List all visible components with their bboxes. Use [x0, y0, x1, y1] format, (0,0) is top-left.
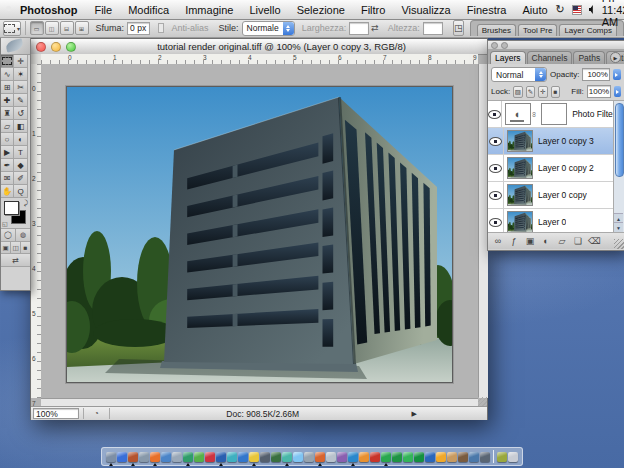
fullscreen-button[interactable]: ■ — [21, 242, 30, 253]
menu-immagine[interactable]: Immagine — [177, 4, 241, 16]
dock-icon-9[interactable] — [205, 452, 215, 462]
layer-name[interactable]: Layer 0 — [538, 217, 566, 227]
dock-icon-28[interactable] — [414, 452, 424, 462]
pen-tool[interactable]: ✒ — [1, 159, 14, 172]
delete-layer-icon[interactable]: ⌫ — [588, 236, 600, 246]
dock-icon-2[interactable] — [128, 452, 138, 462]
dock-icon-34[interactable] — [480, 452, 490, 462]
history-brush-tool[interactable]: ↺ — [14, 107, 28, 120]
move-tool[interactable]: ✛ — [14, 55, 28, 68]
layer-mask-thumbnail[interactable] — [541, 103, 567, 125]
palette-resize-grip[interactable] — [614, 239, 624, 249]
eyedropper-tool[interactable]: ✐ — [14, 172, 28, 185]
dock-icon-4[interactable] — [150, 452, 160, 462]
lock-pixels-icon[interactable]: ✎ — [526, 86, 536, 98]
lasso-tool[interactable]: ∿ — [1, 68, 14, 81]
menu-selezione[interactable]: Selezione — [289, 4, 353, 16]
healing-brush-tool[interactable]: ✚ — [1, 94, 14, 107]
dock-icon-0[interactable] — [106, 452, 116, 462]
dock-icon-36[interactable] — [508, 452, 518, 462]
fill-field[interactable]: 100% — [587, 85, 611, 98]
canvas-area[interactable] — [41, 64, 478, 398]
dock-icon-27[interactable] — [403, 452, 413, 462]
custom-shape-tool[interactable]: ◆ — [14, 159, 28, 172]
blend-mode-select[interactable]: Normal — [491, 67, 547, 82]
slice-tool[interactable]: ✂ — [14, 81, 28, 94]
dock-icon-7[interactable] — [183, 452, 193, 462]
eye-icon[interactable] — [489, 191, 502, 200]
dock-icon-35[interactable] — [497, 452, 507, 462]
clone-stamp-tool[interactable]: ♜ — [1, 107, 14, 120]
minimize-button[interactable] — [51, 42, 61, 52]
eye-icon[interactable] — [489, 164, 502, 173]
eraser-tool[interactable]: ▱ — [1, 120, 14, 133]
visibility-cell[interactable] — [488, 128, 504, 154]
volume-icon[interactable] — [589, 5, 595, 14]
tool-preset-picker[interactable]: ▾ — [3, 21, 21, 36]
magic-wand-tool[interactable]: ✶ — [14, 68, 28, 81]
app-menu[interactable]: Photoshop — [18, 4, 86, 16]
eye-icon[interactable] — [488, 110, 501, 119]
zoom-window-button[interactable] — [66, 42, 76, 52]
dock-icon-29[interactable] — [425, 452, 435, 462]
dock-icon-3[interactable] — [139, 452, 149, 462]
eye-icon[interactable] — [489, 218, 502, 227]
new-selection-button[interactable]: ▭ — [30, 21, 44, 35]
quick-mask-mode-button[interactable]: ◍ — [16, 229, 30, 241]
layer-thumbnail[interactable] — [507, 211, 533, 233]
menu-visualizza[interactable]: Visualizza — [393, 4, 458, 16]
eye-icon[interactable] — [489, 137, 502, 146]
type-tool[interactable]: T — [14, 146, 28, 159]
menu-clock[interactable]: Fri 11:42 AM — [602, 0, 624, 28]
dock-icon-16[interactable] — [282, 452, 292, 462]
layer-row-1[interactable]: Layer 0 copy 3 — [488, 128, 624, 155]
swap-dimensions-icon[interactable]: ⇄ — [371, 23, 379, 33]
document-title-bar[interactable]: tutorial render original.tiff @ 100% (La… — [31, 39, 487, 55]
tab-paths[interactable]: Paths — [573, 51, 605, 64]
status-preview-icon[interactable]: ◔ — [94, 409, 99, 418]
dock-icon-21[interactable] — [337, 452, 347, 462]
layer-row-2[interactable]: Layer 0 copy 2 — [488, 155, 624, 182]
dock-icon-33[interactable] — [469, 452, 479, 462]
dock-icon-19[interactable] — [315, 452, 325, 462]
dock-icon-20[interactable] — [326, 452, 336, 462]
dock-icon-31[interactable] — [447, 452, 457, 462]
palette-well-tab-brushes[interactable]: Brushes — [477, 24, 516, 36]
dock-icon-32[interactable] — [458, 452, 468, 462]
adjustment-layer-thumbnail[interactable]: ◐ — [505, 103, 531, 125]
standard-screen-button[interactable]: ▣ — [1, 242, 11, 253]
dock-icon-25[interactable] — [381, 452, 391, 462]
rectangular-marquee-tool[interactable] — [1, 55, 14, 68]
crop-tool[interactable]: ⊞ — [1, 81, 14, 94]
layers-scrollbar[interactable]: ▲ ▼ — [613, 101, 624, 232]
layer-thumbnail[interactable] — [507, 184, 533, 206]
resize-grip[interactable] — [478, 397, 487, 406]
layer-name[interactable]: Layer 0 copy 2 — [538, 163, 594, 173]
dock-icon-5[interactable] — [161, 452, 171, 462]
visibility-cell[interactable] — [488, 155, 504, 181]
add-selection-button[interactable]: ◫ — [45, 21, 59, 35]
dock-icon-13[interactable] — [249, 452, 259, 462]
dock-icon-14[interactable] — [260, 452, 270, 462]
width-input[interactable] — [349, 22, 369, 35]
fill-slider-button[interactable] — [614, 86, 621, 97]
layer-row-4[interactable]: Layer 0 — [488, 209, 624, 233]
palette-well-tab-tool-pre[interactable]: Tool Pre — [518, 24, 557, 36]
subtract-selection-button[interactable]: ⊟ — [60, 21, 74, 35]
new-layer-icon[interactable]: ❏ — [572, 236, 584, 246]
dock-icon-26[interactable] — [392, 452, 402, 462]
dock-icon-12[interactable] — [238, 452, 248, 462]
intersect-selection-button[interactable]: ⊞ — [75, 21, 89, 35]
close-button[interactable] — [36, 42, 46, 52]
new-adjustment-layer-icon[interactable]: ◐ — [540, 236, 552, 246]
dodge-tool[interactable]: ◐ — [14, 133, 28, 146]
brush-tool[interactable]: ✎ — [14, 94, 28, 107]
hand-tool[interactable]: ✋ — [1, 185, 14, 198]
dock-icon-1[interactable] — [117, 452, 127, 462]
zoom-tool[interactable]: Q — [14, 185, 28, 198]
scrollbar-thumb[interactable] — [615, 103, 624, 177]
edit-in-imageready-button[interactable]: ⇄ — [1, 254, 30, 266]
visibility-cell[interactable] — [488, 101, 502, 127]
lock-transparency-icon[interactable]: ▨ — [513, 86, 523, 98]
tab-channels[interactable]: Channels — [527, 51, 573, 64]
